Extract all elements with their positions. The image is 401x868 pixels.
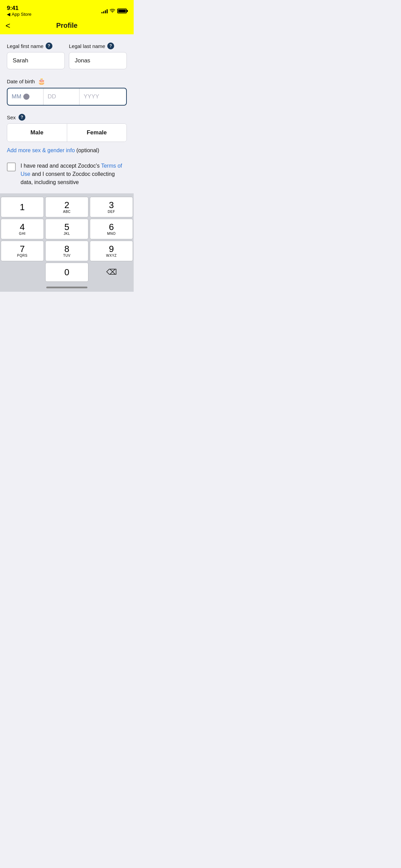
- add-more-sex-link[interactable]: Add more sex & gender info: [7, 147, 75, 153]
- birthday-emoji: 🎂: [38, 77, 45, 85]
- keypad-row-3: 7 PQRS 8 TUV 9 WXYZ: [0, 240, 134, 262]
- nav-bar: < Profile: [0, 19, 134, 34]
- male-button[interactable]: Male: [7, 124, 67, 142]
- female-button[interactable]: Female: [67, 124, 127, 142]
- status-time: 9:41: [7, 5, 19, 12]
- dob-label: Date of birth 🎂: [7, 77, 127, 85]
- key-5[interactable]: 5 JKL: [45, 219, 88, 239]
- dd-field[interactable]: DD: [44, 88, 80, 105]
- last-name-group: Legal last name ?: [69, 43, 127, 69]
- last-name-help-icon[interactable]: ?: [107, 43, 114, 49]
- terms-row: I have read and accept Zocdoc's Terms of…: [7, 162, 127, 193]
- terms-text: I have read and accept Zocdoc's Terms of…: [21, 162, 127, 186]
- key-9[interactable]: 9 WXYZ: [90, 241, 133, 261]
- delete-key[interactable]: ⌫: [90, 263, 133, 282]
- signal-icon: [101, 9, 108, 13]
- sex-label: Sex ?: [7, 114, 127, 121]
- numeric-keypad: 1 2 ABC 3 DEF 4 GHI 5 JKL 6 MNO 7 PQRS: [0, 193, 134, 284]
- last-name-label: Legal last name ?: [69, 43, 127, 49]
- terms-checkbox[interactable]: [7, 162, 16, 171]
- home-bar: [46, 287, 87, 288]
- sex-buttons-group: Male Female: [7, 123, 127, 142]
- sex-help-icon[interactable]: ?: [19, 114, 25, 121]
- wifi-icon: [110, 9, 115, 13]
- cursor-indicator: [23, 94, 29, 100]
- dob-section: Date of birth 🎂 MM DD YYYY: [7, 77, 127, 106]
- add-more-link-row: Add more sex & gender info (optional): [7, 147, 127, 154]
- keypad-row-2: 4 GHI 5 JKL 6 MNO: [0, 218, 134, 240]
- key-6[interactable]: 6 MNO: [90, 219, 133, 239]
- delete-icon: ⌫: [106, 268, 117, 277]
- keypad-row-4: 0 ⌫: [0, 262, 134, 282]
- first-name-input[interactable]: [7, 52, 65, 69]
- key-8[interactable]: 8 TUV: [45, 241, 88, 261]
- key-4[interactable]: 4 GHI: [1, 219, 44, 239]
- page-title: Profile: [56, 22, 77, 29]
- mm-placeholder: MM: [12, 93, 21, 100]
- key-0[interactable]: 0: [45, 263, 88, 282]
- last-name-input[interactable]: [69, 52, 127, 69]
- app-store-label: ◀ App Store: [7, 12, 32, 17]
- yyyy-field[interactable]: YYYY: [80, 88, 126, 105]
- key-empty: [1, 263, 44, 282]
- sex-section: Sex ? Male Female: [7, 114, 127, 142]
- battery-icon: [117, 9, 127, 13]
- keypad-row-1: 1 2 ABC 3 DEF: [0, 196, 134, 218]
- status-icons: [101, 9, 127, 13]
- back-button[interactable]: <: [5, 21, 10, 31]
- status-bar: 9:41 ◀ App Store: [0, 0, 134, 19]
- back-arrow-icon: ◀: [7, 12, 10, 17]
- first-name-label: Legal first name ?: [7, 43, 65, 49]
- mm-field[interactable]: MM: [8, 88, 44, 105]
- first-name-help-icon[interactable]: ?: [46, 43, 52, 49]
- home-indicator: [0, 284, 134, 292]
- key-3[interactable]: 3 DEF: [90, 197, 133, 217]
- dob-inputs-container: MM DD YYYY: [7, 88, 127, 106]
- key-1[interactable]: 1: [1, 197, 44, 217]
- first-name-group: Legal first name ?: [7, 43, 65, 69]
- content-area: Legal first name ? Legal last name ? Dat…: [0, 34, 134, 193]
- name-row: Legal first name ? Legal last name ?: [7, 43, 127, 69]
- key-7[interactable]: 7 PQRS: [1, 241, 44, 261]
- key-2[interactable]: 2 ABC: [45, 197, 88, 217]
